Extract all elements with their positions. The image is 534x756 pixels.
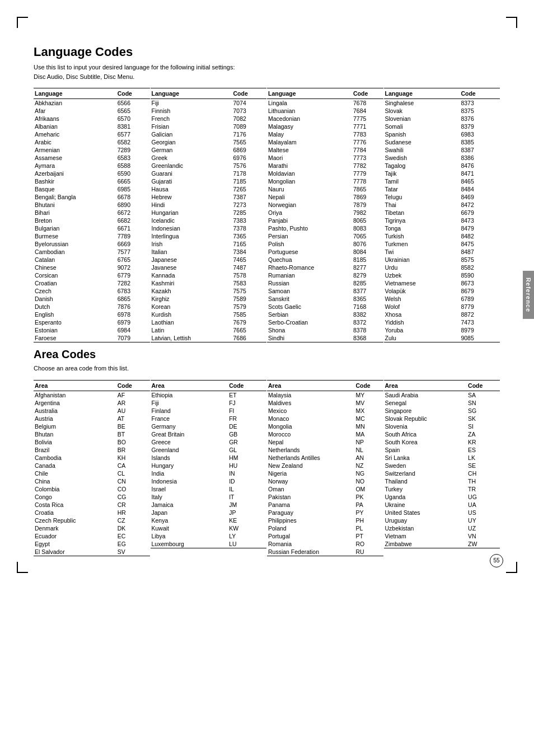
area-name: Philippines <box>267 516 354 524</box>
lang-name: Sanskrit <box>267 295 352 303</box>
area-name: Malaysia <box>267 391 354 399</box>
lang-code: 8465 <box>460 177 500 185</box>
table-row: Ameharic6577 <box>34 130 150 138</box>
lang-name: Rumanian <box>267 271 352 279</box>
lang-name: Tibetan <box>384 209 460 217</box>
lang-code: 7578 <box>232 271 266 279</box>
area-name: Italy <box>151 493 228 501</box>
lang-name: Kannada <box>151 271 232 279</box>
table-row: Pashto, Pushto8083 <box>267 224 383 232</box>
table-row: Afrikaans6570 <box>34 115 150 123</box>
table-row: Galician7176 <box>151 130 267 138</box>
area-name: Nigeria <box>267 469 354 477</box>
area-name: Senegal <box>384 399 467 407</box>
area-name: Spain <box>384 446 467 454</box>
lang-code: 6890 <box>116 201 150 209</box>
lang-code: 7589 <box>232 295 266 303</box>
area-code: BR <box>116 446 150 454</box>
area-name: Finland <box>151 407 228 415</box>
table-row: ItalyIT <box>151 493 267 501</box>
lang-col-1-header-lang: Language <box>151 88 232 99</box>
table-row: Portuguese8084 <box>267 248 383 256</box>
table-row: Danish6865 <box>34 295 150 303</box>
table-row: Catalan6765 <box>34 256 150 264</box>
lang-code: 7178 <box>232 170 266 177</box>
area-name: Paraguay <box>267 509 354 516</box>
table-row: NigeriaNG <box>267 469 383 477</box>
area-code: EG <box>116 540 150 548</box>
lang-col-2: LanguageCodeLingala7678Lithuanian7684Mac… <box>267 88 384 342</box>
page-number: 55 <box>490 554 503 567</box>
table-row: Maltese7784 <box>267 146 383 154</box>
lang-code: 7565 <box>232 138 266 146</box>
area-name: Turkey <box>384 485 467 493</box>
corner-mark-tr <box>506 17 517 28</box>
lang-name: Javanese <box>151 264 232 271</box>
lang-name: Malayalam <box>267 138 352 146</box>
lang-code: 7577 <box>116 248 150 256</box>
table-row: RomaniaRO <box>267 540 383 548</box>
area-code: FJ <box>228 399 266 407</box>
table-row: ChileCL <box>34 469 150 477</box>
lang-code: 8475 <box>460 240 500 248</box>
table-row: MongoliaMN <box>267 422 383 430</box>
area-name: Germany <box>151 422 228 430</box>
lang-name: Greenlandic <box>151 162 232 170</box>
area-code: PY <box>354 509 383 516</box>
lang-code: 8381 <box>116 123 150 130</box>
area-name: Ecuador <box>34 532 116 540</box>
area-name: Fiji <box>151 399 228 407</box>
table-row: Persian7065 <box>267 232 383 240</box>
table-row: ChinaCN <box>34 477 150 485</box>
lang-name: Scots Gaelic <box>267 303 352 311</box>
lang-name: Kazakh <box>151 287 232 295</box>
area-name: South Africa <box>384 430 467 438</box>
area-name: India <box>151 469 228 477</box>
lang-code: 7579 <box>232 303 266 311</box>
lang-name: Estonian <box>34 326 116 334</box>
table-row: Greek6976 <box>151 154 267 162</box>
table-row: ParaguayPY <box>267 509 383 516</box>
lang-code: 7387 <box>232 193 266 201</box>
table-row: Rhaeto-Romance8277 <box>267 264 383 271</box>
lang-name: Kurdish <box>151 311 232 318</box>
area-name: Uzbekistan <box>384 524 467 532</box>
area-name: Oman <box>267 485 354 493</box>
lang-code: 7773 <box>352 154 383 162</box>
lang-code: 7465 <box>232 256 266 264</box>
lang-col-2-header-code: Code <box>352 88 383 99</box>
table-row: Great BritainGB <box>151 430 267 438</box>
table-row: Yiddish7473 <box>384 318 500 326</box>
lang-code: 8185 <box>352 256 383 264</box>
table-row: JamaicaJM <box>151 501 267 509</box>
lang-code: 7665 <box>232 326 266 334</box>
area-name: Greenland <box>151 446 228 454</box>
table-row: Tagalog8476 <box>384 162 500 170</box>
lang-code: 6671 <box>116 224 150 232</box>
lang-name: Turkish <box>384 232 460 240</box>
table-row: Oriya7982 <box>267 209 383 217</box>
lang-code: 8679 <box>460 287 500 295</box>
area-code: TR <box>467 485 500 493</box>
table-row: Burmese7789 <box>34 232 150 240</box>
lang-name: Czech <box>34 287 116 295</box>
table-row: Marathi7782 <box>267 162 383 170</box>
lang-name: Hausa <box>151 185 232 193</box>
lang-code: 7079 <box>116 334 150 342</box>
table-row: Malay7783 <box>267 130 383 138</box>
table-row: AustraliaAU <box>34 407 150 415</box>
lang-name: Albanian <box>34 123 116 130</box>
area-name: Bhutan <box>34 430 116 438</box>
table-row: BelgiumBE <box>34 422 150 430</box>
lang-name: Hindi <box>151 201 232 209</box>
lang-code: 7776 <box>352 138 383 146</box>
area-name: New Zealand <box>267 462 354 469</box>
area-code: NG <box>354 469 383 477</box>
table-row: IndiaIN <box>151 469 267 477</box>
table-row: Thai8472 <box>384 201 500 209</box>
area-code: ET <box>228 391 266 399</box>
table-row: Russian8285 <box>267 279 383 287</box>
table-row: SloveniaSI <box>384 422 500 430</box>
table-row: Armenian7289 <box>34 146 150 154</box>
table-row: MexicoMX <box>267 407 383 415</box>
